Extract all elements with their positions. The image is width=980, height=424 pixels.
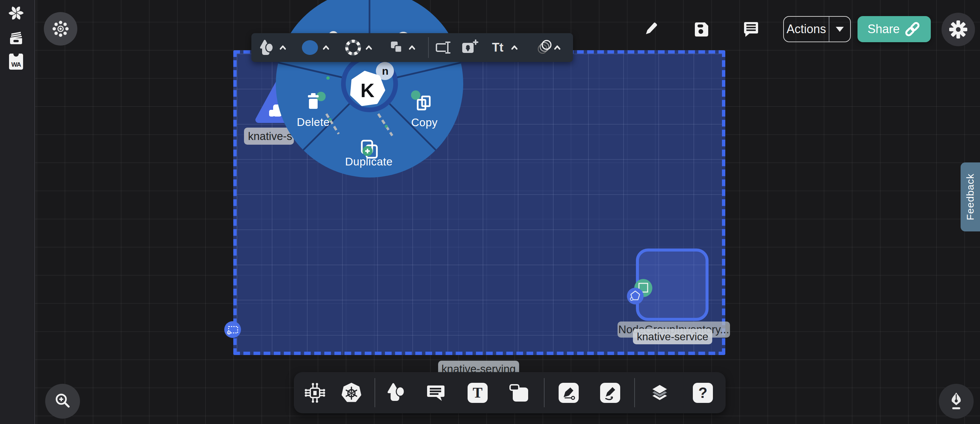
pencil-tool[interactable] [600, 383, 620, 403]
fill-color-swatch[interactable] [302, 40, 318, 55]
zoom-in-icon [53, 392, 72, 411]
pen-tool[interactable] [558, 383, 579, 403]
card-icon[interactable] [509, 382, 530, 403]
radial-label-duplicate[interactable]: Duplicate [332, 155, 406, 168]
app-root: { "sidebar": { "wa_label": "WA", "icons"… [0, 0, 980, 424]
chevron-up-icon[interactable] [321, 43, 331, 53]
lasso-pen-button[interactable] [939, 384, 974, 419]
comment-icon[interactable] [425, 382, 447, 403]
actions-button[interactable]: Actions [783, 16, 851, 42]
toolbar-divider [544, 378, 544, 407]
feedback-label: Feedback [965, 174, 976, 220]
toolbar-divider [428, 37, 429, 58]
help-tool[interactable]: ? [693, 383, 713, 403]
actions-dropdown[interactable] [829, 27, 850, 32]
link-icon [904, 21, 921, 38]
rename-icon[interactable] [435, 39, 452, 56]
shape-style-icon[interactable] [258, 39, 275, 56]
layers-icon[interactable] [649, 383, 670, 403]
node-label-primary: knative-service [633, 329, 712, 344]
cluster-flower-icon [51, 19, 70, 38]
kubernetes-icon[interactable] [341, 382, 362, 403]
trash-icon [308, 93, 319, 109]
actions-label: Actions [784, 22, 829, 36]
comments-icon[interactable] [742, 20, 759, 39]
main-toolbar: T [294, 372, 725, 413]
archive-icon [8, 31, 24, 45]
toolbar-divider [374, 378, 375, 407]
webassembly-icon-notch [13, 54, 19, 57]
chevron-up-icon[interactable] [407, 43, 417, 53]
opacity-icon[interactable] [535, 39, 553, 56]
text-style-icon[interactable]: Tt [492, 40, 503, 54]
pentagon-icon [627, 288, 644, 304]
connector-chip-icon[interactable] [304, 382, 326, 403]
sidebar: WA [0, 0, 35, 424]
selection-area-handle[interactable] [224, 321, 241, 338]
edit-pencil-icon[interactable] [642, 20, 659, 39]
save-icon[interactable] [694, 21, 710, 39]
radial-menu-center[interactable]: K n [344, 57, 396, 110]
text-tool-label: T [473, 384, 482, 401]
feedback-tab[interactable]: Feedback [961, 163, 980, 231]
node-label-primary-text: knative-service [637, 330, 708, 343]
dashed-rect-icon [224, 321, 241, 338]
caret-down-icon [836, 27, 844, 32]
sidebar-item-archive[interactable] [8, 31, 24, 46]
text-icon: T [468, 383, 488, 403]
context-toolbar: Tt [251, 33, 573, 62]
chevron-up-icon[interactable] [278, 43, 288, 53]
sidebar-item-webassembly[interactable]: WA [9, 54, 23, 70]
app-logo[interactable] [8, 5, 24, 22]
chevron-up-icon[interactable] [364, 43, 374, 53]
copy-style-icon[interactable] [388, 39, 405, 56]
settings-button[interactable] [942, 13, 975, 46]
quick-access-button[interactable] [44, 12, 77, 46]
shapes-icon[interactable] [386, 382, 407, 403]
chevron-up-icon[interactable] [552, 43, 562, 53]
webassembly-label: WA [11, 61, 21, 69]
radial-label-copy[interactable]: Copy [388, 116, 461, 129]
chevron-up-icon[interactable] [509, 43, 519, 53]
image-add-icon[interactable] [461, 39, 480, 56]
share-label: Share [867, 22, 900, 36]
pinwheel-logo-icon [8, 5, 24, 21]
text-tool[interactable]: T [468, 383, 488, 403]
text-style-label: Tt [492, 40, 503, 54]
help-label: ? [698, 384, 708, 401]
pen-tool-icon [558, 383, 579, 403]
pencil-icon [600, 383, 620, 403]
knative-superscript: n [382, 65, 388, 77]
connector-tick-left [326, 77, 330, 80]
zoom-button[interactable] [45, 384, 80, 419]
gear-icon [948, 20, 968, 39]
node-pentagon-badge[interactable] [627, 288, 644, 304]
share-button[interactable]: Share [858, 16, 931, 42]
pen-nib-icon [947, 391, 966, 411]
border-style-icon[interactable] [344, 39, 362, 56]
radial-label-delete[interactable]: Delete [277, 116, 350, 129]
knative-letter: K [361, 80, 374, 101]
toolbar-divider [634, 378, 635, 407]
help-icon: ? [693, 383, 713, 403]
